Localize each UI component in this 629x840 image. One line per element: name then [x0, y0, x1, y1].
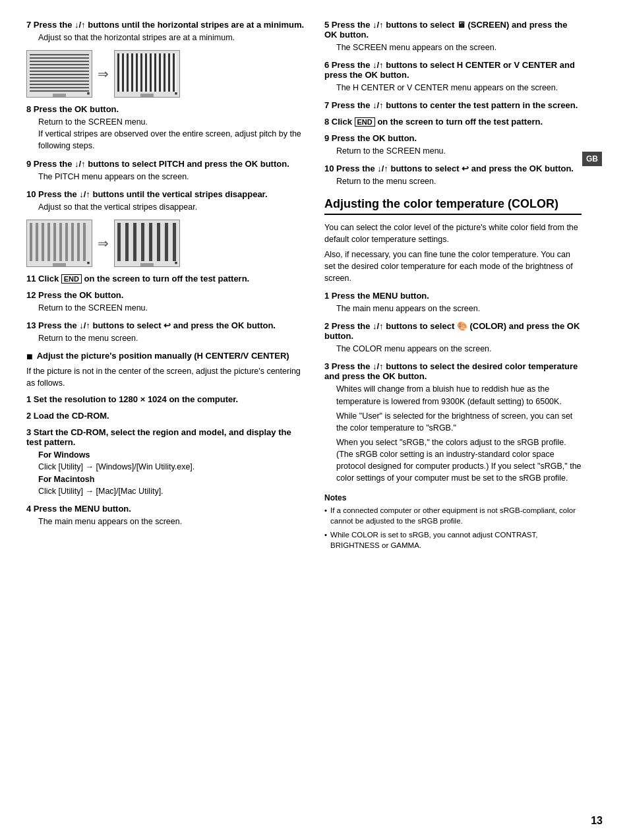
step-10-body: Adjust so that the vertical stripes disa… — [38, 201, 305, 213]
sub-step-4: 4 Press the MENU button. The main menu a… — [26, 504, 305, 527]
end-box-1: END — [61, 274, 82, 284]
step-8-body1: Return to the SCREEN menu. — [38, 116, 305, 128]
sub-step-3-header: 3 Start the CD-ROM, select the region an… — [26, 427, 305, 447]
r-step-9-header: 9 Press the OK button. — [324, 133, 582, 143]
c-step-3-body1: Whites will change from a bluish hue to … — [336, 383, 582, 407]
r-step-8: 8 Click END on the screen to turn off th… — [324, 117, 582, 127]
monitor-base-3 — [53, 263, 66, 266]
sub-step-1-header: 1 Set the resolution to 1280 × 1024 on t… — [26, 394, 305, 404]
monitor-label-2: ■ — [175, 91, 177, 96]
monitor-before: ■ — [26, 50, 92, 98]
step-10-images: ■ ⇒ ■ — [26, 220, 305, 267]
step-10: 10 Press the ↓/↑ buttons until the verti… — [26, 189, 305, 267]
subsection-intro: If the picture is not in the center of t… — [26, 365, 305, 389]
monitor-vert-before: ■ — [26, 220, 92, 267]
bullet-icon: ■ — [26, 351, 33, 363]
color-intro-1: You can select the color level of the pi… — [324, 222, 582, 245]
right-main-content: 5 Press the ↓/↑ buttons to select 🖥 (SCR… — [324, 20, 582, 553]
sub-step-2-header: 2 Load the CD-ROM. — [26, 411, 305, 421]
r-step-7: 7 Press the ↓/↑ buttons to center the te… — [324, 100, 582, 110]
step-13-body: Return to the menu screen. — [38, 332, 305, 344]
c-step-2-header: 2 Press the ↓/↑ buttons to select 🎨 (COL… — [324, 321, 582, 341]
step-10-header: 10 Press the ↓/↑ buttons until the verti… — [26, 189, 305, 199]
right-column: 5 Press the ↓/↑ buttons to select 🖥 (SCR… — [324, 20, 603, 553]
r-step-5: 5 Press the ↓/↑ buttons to select 🖥 (SCR… — [324, 20, 582, 53]
step-12: 12 Press the OK button. Return to the SC… — [26, 290, 305, 314]
monitor-base — [53, 94, 66, 97]
notes-section: Notes • If a connected computer or other… — [324, 493, 582, 550]
r-step-10-body: Return to the menu screen. — [336, 175, 582, 187]
monitor-label-3: ■ — [87, 260, 90, 265]
r-step-5-header: 5 Press the ↓/↑ buttons to select 🖥 (SCR… — [324, 20, 582, 40]
r-step-9: 9 Press the OK button. Return to the SCR… — [324, 133, 582, 157]
c-step-3-header: 3 Press the ↓/↑ buttons to select the de… — [324, 361, 582, 381]
page-layout: 7 Press the ↓/↑ buttons until the horizo… — [26, 20, 603, 553]
monitor-base-2 — [140, 94, 154, 97]
vert-stripes-before — [30, 223, 89, 261]
step-11-header: 11 Click END on the screen to turn off t… — [26, 274, 305, 284]
step-8-header: 8 Press the OK button. — [26, 104, 305, 114]
step-13-header: 13 Press the ↓/↑ buttons to select ↩ and… — [26, 320, 305, 330]
step-7-body: Adjust so that the horizontal stripes ar… — [38, 32, 305, 44]
note-2: • While COLOR is set to sRGB, you cannot… — [324, 529, 582, 551]
c-step-2: 2 Press the ↓/↑ buttons to select 🎨 (COL… — [324, 321, 582, 355]
r-step-10: 10 Press the ↓/↑ buttons to select ↩ and… — [324, 164, 582, 187]
r-step-10-header: 10 Press the ↓/↑ buttons to select ↩ and… — [324, 164, 582, 173]
end-box-2: END — [355, 117, 375, 127]
c-step-2-body: The COLOR menu appears on the screen. — [336, 343, 582, 355]
left-column: 7 Press the ↓/↑ buttons until the horizo… — [26, 20, 305, 553]
sub-step-4-body: The main menu appears on the screen. — [38, 516, 305, 527]
sub-step-3: 3 Start the CD-ROM, select the region an… — [26, 427, 305, 497]
sub-step-1: 1 Set the resolution to 1280 × 1024 on t… — [26, 394, 305, 404]
right-col-header: 5 Press the ↓/↑ buttons to select 🖥 (SCR… — [324, 20, 603, 553]
step-8: 8 Press the OK button. Return to the SCR… — [26, 104, 305, 152]
vert-stripes-screen — [117, 53, 177, 92]
monitor-after: ■ — [114, 50, 180, 98]
sub-step-4-header: 4 Press the MENU button. — [26, 504, 305, 514]
step-12-header: 12 Press the OK button. — [26, 290, 305, 300]
color-intro-2: Also, if necessary, you can fine tune th… — [324, 249, 582, 284]
step-7: 7 Press the ↓/↑ buttons until the horizo… — [26, 20, 305, 98]
step-7-images: ■ ⇒ ■ — [26, 50, 305, 98]
monitor-label-4: ■ — [175, 260, 177, 265]
note-1: • If a connected computer or other equip… — [324, 505, 582, 526]
subsection-title: ■ Adjust the picture's position manually… — [26, 351, 305, 363]
step-9-header: 9 Press the ↓/↑ buttons to select PITCH … — [26, 159, 305, 169]
step-12-body: Return to the SCREEN menu. — [38, 302, 305, 314]
notes-title: Notes — [324, 493, 582, 502]
monitor-base-4 — [140, 263, 154, 266]
arrow-right-icon-2: ⇒ — [98, 235, 109, 251]
note-bullet-1: • — [324, 505, 327, 526]
step-11: 11 Click END on the screen to turn off t… — [26, 274, 305, 284]
horiz-stripes-screen — [30, 53, 89, 92]
sub-step-2: 2 Load the CD-ROM. — [26, 411, 305, 421]
r-step-6: 6 Press the ↓/↑ buttons to select H CENT… — [324, 60, 582, 94]
c-step-3-body2: While "User" is selected for the brightn… — [336, 410, 582, 434]
step-9-body: The PITCH menu appears on the screen. — [38, 171, 305, 183]
step-8-body2: If vertical stripes are observed over th… — [38, 128, 305, 152]
r-step-9-body: Return to the SCREEN menu. — [336, 145, 582, 157]
r-step-6-body: The H CENTER or V CENTER menu appears on… — [336, 82, 582, 94]
step-13: 13 Press the ↓/↑ buttons to select ↩ and… — [26, 320, 305, 344]
gb-badge: GB — [582, 152, 602, 166]
sub-step-3-forwin: For Windows Click [Utility] → [Windows]/… — [38, 449, 305, 497]
r-step-6-header: 6 Press the ↓/↑ buttons to select H CENT… — [324, 60, 582, 80]
step-9: 9 Press the ↓/↑ buttons to select PITCH … — [26, 159, 305, 183]
c-step-3: 3 Press the ↓/↑ buttons to select the de… — [324, 361, 582, 484]
subsection-hcenter: ■ Adjust the picture's position manually… — [26, 351, 305, 527]
color-section-title: Adjusting the color temperature (COLOR) — [324, 197, 582, 215]
step-7-num: 7 — [26, 20, 31, 30]
r-step-5-body: The SCREEN menu appears on the screen. — [336, 42, 582, 53]
c-step-3-body3: When you select "sRGB," the colors adjus… — [336, 436, 582, 485]
c-step-1: 1 Press the MENU button. The main menu a… — [324, 291, 582, 315]
step-7-header: 7 Press the ↓/↑ buttons until the horizo… — [26, 20, 305, 30]
monitor-vert-after: ■ — [114, 220, 180, 267]
c-step-1-header: 1 Press the MENU button. — [324, 291, 582, 301]
page-number: 13 — [591, 815, 603, 827]
r-step-7-header: 7 Press the ↓/↑ buttons to center the te… — [324, 100, 582, 110]
note-bullet-2: • — [324, 529, 327, 551]
arrow-right-icon: ⇒ — [98, 66, 109, 82]
c-step-1-body: The main menu appears on the screen. — [336, 303, 582, 315]
gb-side: GB — [582, 20, 603, 553]
monitor-label: ■ — [87, 91, 90, 96]
